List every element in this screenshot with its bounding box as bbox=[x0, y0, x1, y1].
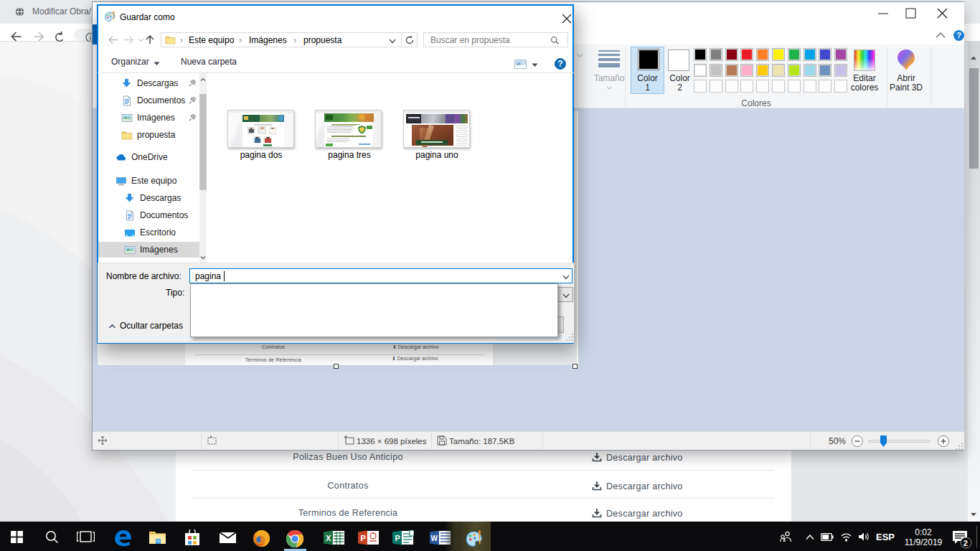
svg-text:P: P bbox=[395, 534, 400, 542]
svg-text:W: W bbox=[431, 534, 438, 542]
svg-text:2: 2 bbox=[963, 539, 968, 547]
svg-text:X: X bbox=[326, 534, 331, 542]
svg-text:P: P bbox=[361, 534, 366, 542]
